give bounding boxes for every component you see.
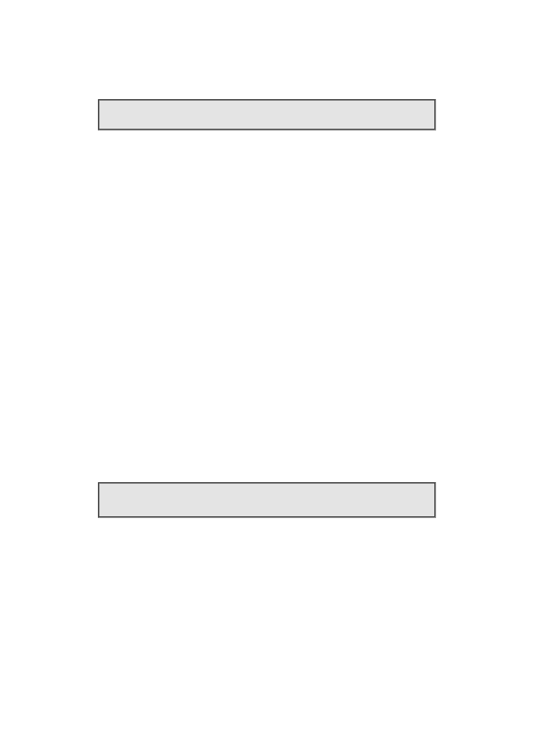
inset-panel-top xyxy=(98,99,436,130)
document-page xyxy=(0,0,534,756)
inset-panel-bottom xyxy=(98,482,436,518)
